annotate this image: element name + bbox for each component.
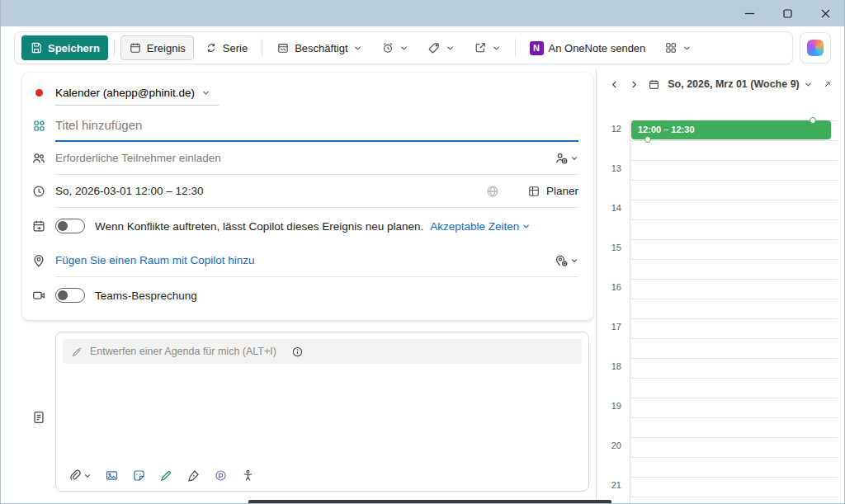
maximize-button[interactable] xyxy=(768,0,806,26)
response-options-button[interactable] xyxy=(465,35,509,60)
categorize-button[interactable] xyxy=(419,35,463,60)
command-toolbar: Speichern Ereignis Serie Bes xyxy=(14,31,793,64)
date-picker-button[interactable] xyxy=(644,75,663,93)
draft-agenda-bar[interactable]: Entwerfen einer Agenda für mich (ALT+I) xyxy=(63,339,582,364)
send-to-onenote-button[interactable]: N An OneNote senden xyxy=(522,35,654,60)
optional-attendees-button[interactable] xyxy=(554,151,578,166)
share-icon xyxy=(474,41,487,54)
sticker-button[interactable] xyxy=(132,469,146,483)
hour-cell[interactable] xyxy=(630,318,838,358)
expand-calendar-button[interactable] xyxy=(818,75,836,93)
calendar-hour-row[interactable]: 14 xyxy=(597,200,838,239)
attach-button[interactable] xyxy=(68,469,92,483)
date-picker-icon xyxy=(648,78,660,91)
hour-cell[interactable] xyxy=(630,477,838,503)
repeat-icon xyxy=(205,41,218,54)
calendar-hour-row[interactable]: 19 xyxy=(597,398,838,437)
title-input[interactable] xyxy=(55,111,578,139)
calendar-hour-row[interactable]: 21 xyxy=(597,477,838,503)
resize-handle-top[interactable] xyxy=(810,117,816,124)
series-button[interactable]: Serie xyxy=(196,35,256,60)
busy-status-label: Beschäftigt xyxy=(295,42,347,54)
calendar-date-label: So, 2026, Mrz 01 (Woche 9) xyxy=(668,78,800,90)
prev-day-button[interactable] xyxy=(605,75,623,93)
chevron-left-icon xyxy=(610,80,619,89)
half-hour-line xyxy=(630,140,838,141)
resize-handle-bottom[interactable] xyxy=(644,136,651,143)
loop-button[interactable] xyxy=(214,469,228,483)
calendar-hour-row[interactable]: 16 xyxy=(597,279,838,318)
hour-cell[interactable] xyxy=(630,200,838,239)
chevron-down-icon xyxy=(399,44,408,53)
calendar-hour-row[interactable]: 18 xyxy=(597,358,838,398)
chevron-down-icon xyxy=(804,80,813,89)
event-type-button[interactable]: Ereignis xyxy=(120,35,194,60)
charm-picker-icon[interactable] xyxy=(32,119,46,133)
calendar-selector-dropdown[interactable]: Kalender (ahepp@phinit.de) xyxy=(55,79,219,106)
insert-image-button[interactable] xyxy=(105,469,119,483)
draw-icon xyxy=(159,469,173,483)
reminder-button[interactable] xyxy=(373,35,417,60)
hour-cell[interactable] xyxy=(630,358,838,398)
hour-cell[interactable] xyxy=(630,437,838,477)
event-compose-window: Speichern Ereignis Serie Bes xyxy=(0,0,845,504)
datetime-text[interactable]: So, 2026-03-01 12:00 – 12:30 xyxy=(55,185,203,197)
hour-cell[interactable] xyxy=(630,239,838,279)
half-hour-line xyxy=(630,338,838,339)
room-finder-button[interactable] xyxy=(554,253,578,268)
hour-label: 13 xyxy=(597,160,630,200)
teams-meeting-toggle[interactable] xyxy=(55,288,85,303)
hour-label: 15 xyxy=(597,239,630,279)
copilot-reschedule-row: Wenn Konflikte auftreten, lässt Copilot … xyxy=(22,208,585,244)
planner-button[interactable]: Planer xyxy=(527,185,578,198)
event-type-label: Ereignis xyxy=(147,42,186,54)
signature-icon xyxy=(186,469,201,483)
timezone-icon[interactable] xyxy=(485,184,500,199)
acceptable-times-link[interactable]: Akzeptable Zeiten xyxy=(430,220,519,233)
reschedule-icon xyxy=(31,219,46,233)
planner-label: Planer xyxy=(546,185,578,197)
close-icon xyxy=(821,9,830,18)
save-button[interactable]: Speichern xyxy=(21,35,108,60)
chevron-down-icon[interactable] xyxy=(522,222,531,231)
next-day-button[interactable] xyxy=(625,75,643,93)
teams-row: Teams-Besprechung xyxy=(22,277,585,313)
info-icon[interactable] xyxy=(291,346,304,358)
calendar-event[interactable]: 12:00 – 12:30 xyxy=(631,120,831,139)
apps-button[interactable] xyxy=(656,35,700,60)
accessibility-button[interactable] xyxy=(241,469,255,483)
hour-cell[interactable] xyxy=(630,398,838,437)
title-row xyxy=(22,109,585,142)
copilot-reschedule-toggle[interactable] xyxy=(55,219,85,233)
body-text-area[interactable] xyxy=(56,370,588,462)
optional-attendees-icon xyxy=(554,151,569,166)
hour-cell[interactable] xyxy=(630,279,838,318)
copilot-button[interactable] xyxy=(800,32,831,64)
copilot-icon xyxy=(807,40,824,56)
hour-cell[interactable] xyxy=(630,160,838,200)
busy-status-button[interactable]: Beschäftigt xyxy=(268,35,370,60)
minimize-button[interactable] xyxy=(730,0,768,26)
calendar-hour-row[interactable]: 13 xyxy=(597,160,838,200)
hour-label: 20 xyxy=(597,437,630,477)
calendar-date-dropdown[interactable]: So, 2026, Mrz 01 (Woche 9) xyxy=(668,78,813,90)
save-icon xyxy=(30,41,43,54)
calendar-header: So, 2026, Mrz 01 (Woche 9) xyxy=(597,69,844,99)
calendar-hour-row[interactable]: 20 xyxy=(597,437,838,477)
add-room-link[interactable]: Fügen Sie einen Raum mit Copilot hinzu xyxy=(55,254,255,266)
chevron-down-icon xyxy=(201,88,210,97)
calendar-hour-row[interactable]: 15 xyxy=(597,239,838,279)
divider xyxy=(515,39,516,57)
accessibility-icon xyxy=(241,469,255,483)
expand-icon xyxy=(822,79,833,90)
titlebar xyxy=(1,0,844,26)
draw-button[interactable] xyxy=(159,469,173,483)
chevron-down-icon xyxy=(492,44,501,53)
close-button[interactable] xyxy=(806,0,844,26)
calendar-hour-row[interactable]: 17 xyxy=(597,318,838,358)
maximize-icon xyxy=(783,9,792,18)
signature-button[interactable] xyxy=(186,469,201,483)
attendees-input[interactable] xyxy=(55,146,554,171)
body-editor[interactable]: Entwerfen einer Agenda für mich (ALT+I) xyxy=(55,332,589,492)
half-hour-line xyxy=(630,299,838,299)
